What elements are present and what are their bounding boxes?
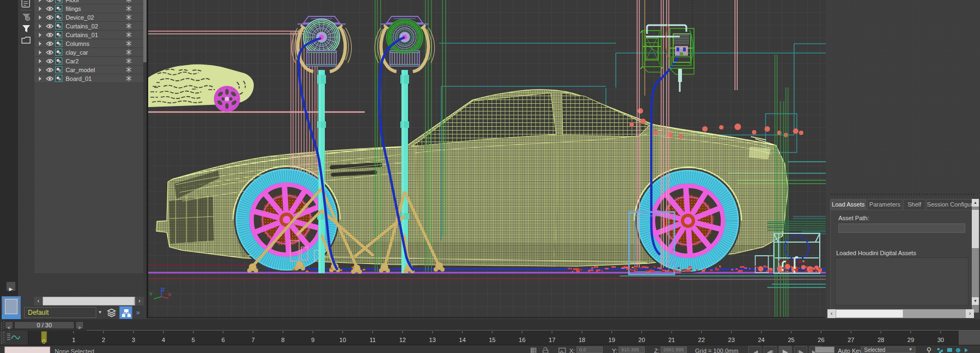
svg-text:6: 6 xyxy=(221,337,225,343)
svg-text:10: 10 xyxy=(340,337,346,343)
svg-text:11: 11 xyxy=(370,337,376,343)
svg-text:27: 27 xyxy=(848,337,854,343)
svg-text:Z: Z xyxy=(162,287,165,292)
svg-text:X: X xyxy=(168,292,171,297)
svg-text:Y: Y xyxy=(149,291,153,297)
svg-text:23: 23 xyxy=(728,337,734,343)
svg-text:24: 24 xyxy=(758,337,765,343)
svg-text:13: 13 xyxy=(429,337,436,343)
svg-text:28: 28 xyxy=(878,337,884,343)
svg-text:9: 9 xyxy=(311,337,314,343)
svg-text:1: 1 xyxy=(72,337,75,343)
svg-text:3: 3 xyxy=(132,337,135,343)
svg-text:4: 4 xyxy=(162,337,165,343)
svg-text:17: 17 xyxy=(549,337,555,343)
svg-text:29: 29 xyxy=(907,337,914,343)
svg-text:2: 2 xyxy=(102,337,105,343)
svg-text:5: 5 xyxy=(191,337,195,343)
svg-text:8: 8 xyxy=(281,337,284,343)
svg-text:0: 0 xyxy=(42,338,45,345)
svg-text:7: 7 xyxy=(252,337,255,343)
svg-text:21: 21 xyxy=(668,337,675,343)
svg-text:14: 14 xyxy=(459,337,465,343)
svg-text:12: 12 xyxy=(399,337,406,343)
svg-text:26: 26 xyxy=(818,337,824,343)
svg-text:30: 30 xyxy=(937,337,944,343)
svg-text:16: 16 xyxy=(519,337,526,343)
svg-text:15: 15 xyxy=(489,337,495,343)
svg-text:18: 18 xyxy=(579,337,585,343)
svg-text:19: 19 xyxy=(609,337,615,343)
svg-text:20: 20 xyxy=(638,337,645,343)
svg-text:22: 22 xyxy=(698,337,705,343)
svg-text:25: 25 xyxy=(788,337,795,343)
